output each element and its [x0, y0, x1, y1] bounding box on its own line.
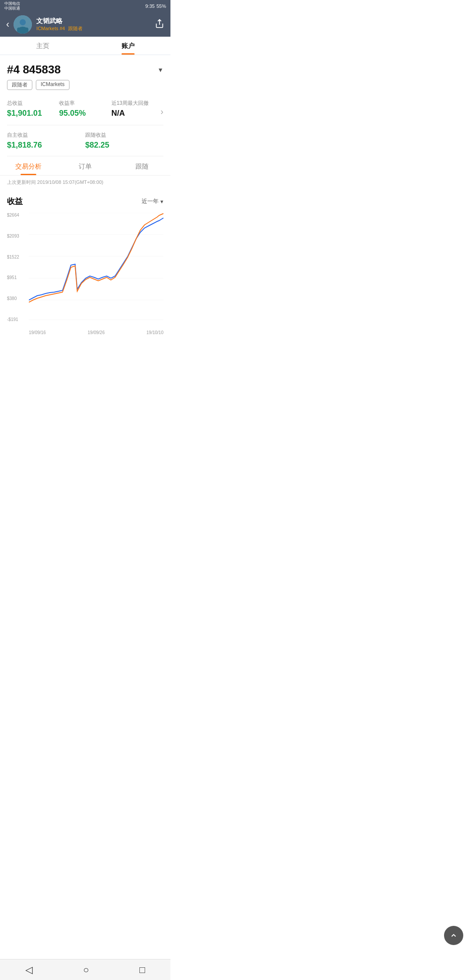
account-id-row: #4 845838 ▼: [7, 63, 163, 76]
avatar: [14, 15, 32, 34]
status-right: 9:35 55%: [146, 3, 166, 9]
y-label-2: $1522: [7, 255, 27, 259]
y-label-4: $380: [7, 296, 27, 301]
follower-label: 跟随者: [68, 26, 83, 31]
stat-max-drawdown-label: 近13周最大回撤: [111, 100, 163, 107]
tab-home[interactable]: 主页: [0, 37, 85, 55]
main-tabs: 主页 账户: [0, 37, 170, 55]
stats-grid-1: 总收益 $1,901.01 收益率 95.05% 近13周最大回撤 N/A: [7, 98, 163, 125]
x-label-1: 19/09/26: [88, 330, 105, 335]
y-label-1: $2093: [7, 234, 27, 238]
stat-total-profit: 总收益 $1,901.01: [7, 98, 59, 120]
back-button[interactable]: ‹: [6, 19, 9, 30]
header-info: 文韬武略 ICMarkets #4 跟随者: [36, 17, 155, 32]
stat-profit-rate: 收益率 95.05%: [59, 98, 111, 120]
x-label-0: 19/09/16: [29, 330, 46, 335]
stat-follow-profit-value: $82.25: [85, 141, 163, 150]
carrier2: 中国联通: [4, 6, 20, 11]
stat-profit-rate-value: 95.05%: [59, 109, 111, 118]
user-name: 文韬武略: [36, 17, 155, 25]
stat-follow-profit: 跟随收益 $82.25: [85, 131, 163, 150]
x-label-2: 19/10/10: [146, 330, 163, 335]
account-section: #4 845838 ▼ 跟随者 ICMarkets 总收益 $1,901.01 …: [0, 55, 170, 156]
chart-filter[interactable]: 近一年 ▾: [142, 197, 163, 205]
chart-filter-label: 近一年: [142, 197, 159, 205]
stats-grid-2: 自主收益 $1,818.76 跟随收益 $82.25: [7, 125, 163, 156]
carrier1: 中国电信: [4, 1, 20, 6]
chart-x-labels: 19/09/16 19/09/26 19/10/10: [29, 323, 163, 335]
stat-max-drawdown-value: N/A: [111, 109, 163, 118]
sub-tab-follow[interactable]: 跟随: [114, 156, 170, 175]
stat-profit-rate-label: 收益率: [59, 100, 111, 107]
status-bar: 中国电信 中国联通 9:35 55%: [0, 0, 170, 12]
carrier-info: 中国电信 中国联通: [4, 1, 20, 11]
chart-header: 收益 近一年 ▾: [7, 196, 163, 207]
dropdown-arrow[interactable]: ▼: [157, 66, 163, 73]
y-label-0: $2664: [7, 213, 27, 217]
chart-section: 收益 近一年 ▾ $2664 $2093 $1522 $951 $380 -$1…: [0, 189, 170, 335]
stat-total-profit-label: 总收益: [7, 100, 59, 107]
filter-dropdown-icon: ▾: [160, 198, 163, 205]
chart-title: 收益: [7, 196, 23, 207]
sub-tab-analysis[interactable]: 交易分析: [0, 156, 57, 175]
header: ‹ 文韬武略 ICMarkets #4 跟随者: [0, 12, 170, 37]
y-label-5: -$191: [7, 317, 27, 322]
time: 9:35: [146, 3, 155, 9]
user-sub: ICMarkets #4 跟随者: [36, 25, 155, 32]
stat-self-profit-label: 自主收益: [7, 131, 85, 139]
chart-container: $2664 $2093 $1522 $951 $380 -$191: [7, 213, 163, 335]
svg-rect-3: [17, 28, 28, 31]
badge-broker: ICMarkets: [36, 80, 69, 90]
battery: 55%: [156, 3, 166, 9]
stat-max-drawdown: 近13周最大回撤 N/A: [111, 98, 163, 120]
sub-tab-orders[interactable]: 订单: [57, 156, 114, 175]
account-id: #4 845838: [7, 63, 61, 76]
stat-self-profit: 自主收益 $1,818.76: [7, 131, 85, 150]
account-badges: 跟随者 ICMarkets: [7, 80, 163, 90]
sub-tabs: 交易分析 订单 跟随: [0, 156, 170, 176]
badge-follower: 跟随者: [7, 80, 32, 90]
share-button[interactable]: [155, 19, 164, 31]
y-label-3: $951: [7, 275, 27, 280]
tab-account[interactable]: 账户: [85, 37, 170, 55]
stat-follow-profit-label: 跟随收益: [85, 131, 163, 139]
svg-point-1: [20, 19, 26, 25]
chart-area: [29, 213, 163, 322]
account-ref: ICMarkets #4: [36, 26, 65, 31]
chart-y-labels: $2664 $2093 $1522 $951 $380 -$191: [7, 213, 27, 322]
stat-self-profit-value: $1,818.76: [7, 141, 85, 150]
update-time: 上次更新时间 2019/10/08 15:07(GMT+08:00): [0, 176, 170, 189]
stat-total-profit-value: $1,901.01: [7, 109, 59, 118]
